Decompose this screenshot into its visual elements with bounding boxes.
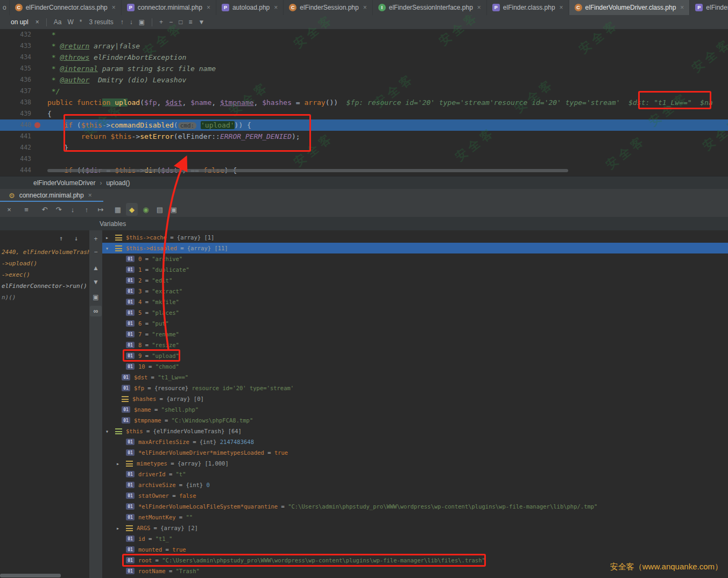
frames-horizontal-scrollbar[interactable] [0,574,61,577]
scroll-up-icon[interactable]: ▲ [90,263,102,273]
variable-row[interactable]: 01statOwner = false [102,490,728,501]
exclude-occurrence-icon[interactable]: □ [179,18,182,26]
editor-tab[interactable]: Pautoload.php× [216,0,284,15]
stack-frame[interactable]: 2440, elFinderVolumeTrash-> [2,249,90,256]
stack-frame[interactable]: elFinderConnector->run() [2,283,87,290]
variable-row[interactable]: 014 = "mkfile" [102,297,728,307]
stack-frame[interactable]: n)() [2,294,16,301]
search-input[interactable]: on upl [11,18,29,26]
variable-row[interactable]: 011 = "duplicate" [102,264,728,275]
variable-row[interactable]: 016 = "put" [102,318,728,329]
code-line[interactable]: 433 * @return array|false [0,40,728,52]
step-over-icon[interactable]: ↷ [53,203,65,216]
next-occurrence-icon[interactable]: ↓ [130,18,133,26]
line-number[interactable]: 435 [0,63,33,74]
copy-stack-icon[interactable]: ▣ [90,292,102,302]
line-number[interactable]: 434 [0,52,33,63]
variable-row[interactable]: 013 = "extract" [102,286,728,297]
variable-row[interactable]: 01driverId = "t" [102,469,728,480]
code-line[interactable]: 439{ [0,108,728,119]
line-number[interactable]: 442 [0,142,33,153]
variable-row[interactable]: $hashes = {array} [0] [102,393,728,404]
rerun-icon[interactable]: ↶ [39,203,51,216]
line-number[interactable]: 432 [0,29,33,40]
scroll-down-icon[interactable]: ▼ [90,277,102,287]
line-number[interactable]: 438 [0,97,33,108]
run-to-cursor-icon[interactable]: ↦ [95,203,107,216]
show-inline-values-icon[interactable]: ∞ [90,306,102,316]
clear-search-icon[interactable]: × [36,18,39,26]
code-line[interactable]: 435 * @internal param string $src file n… [0,63,728,74]
line-number[interactable]: 444 [0,165,33,176]
gutter-fold-area[interactable] [33,40,47,52]
variable-row[interactable]: 01archiveSize = {int} 0 [102,480,728,490]
variable-row[interactable]: 017 = "rename" [102,329,728,340]
variable-row[interactable]: ▸mimetypes = {array} [1,000] [102,458,728,469]
breakpoints-grid-icon[interactable]: ▦ [112,203,124,216]
code-line[interactable]: 441 return $this->setError(elFinder::ERR… [0,131,728,142]
gutter-fold-area[interactable] [33,29,47,40]
remove-occurrence-icon[interactable]: − [169,18,173,26]
variable-row[interactable]: 01maxArcFilesSize = {int} 2147483648 [102,436,728,447]
code-line[interactable]: 438public function upload($fp, $dst, $na… [0,97,728,108]
gutter-fold-area[interactable] [33,108,47,119]
variable-row[interactable]: 01*elFinderVolumeDriver*mimetypesLoaded … [102,447,728,458]
gutter-fold-area[interactable] [33,86,47,97]
tab-close-icon[interactable]: × [274,4,278,11]
editor-tab[interactable]: CelFinderConnector.class.php× [10,0,122,15]
variable-row[interactable]: 0110 = "chmod" [102,361,728,372]
variable-row[interactable]: ▾$this = {elFinderVolumeTrash} [64] [102,426,728,436]
tab-close-icon[interactable]: × [112,4,116,11]
line-number[interactable]: 433 [0,40,33,52]
variable-row[interactable]: 012 = "edit" [102,275,728,286]
close-icon[interactable]: × [3,203,15,216]
tab-close-icon[interactable]: × [363,4,367,11]
line-number[interactable]: 439 [0,108,33,119]
variable-row[interactable]: 01$fp = {resource} resource id='20' type… [102,383,728,393]
remove-icon[interactable]: − [90,246,102,257]
filter-funnel-icon[interactable]: ▼ [198,18,204,26]
code-line[interactable]: 442 } [0,142,728,153]
variable-row[interactable]: 018 = "resize" [102,340,728,350]
gear-icon[interactable]: ⚙ [9,192,15,200]
variable-row[interactable]: 01*elFinderVolumeLocalFileSystem*quarant… [102,501,728,512]
tab-close-icon[interactable]: × [88,192,92,199]
gutter-fold-area[interactable] [33,142,47,153]
debug-tab-label[interactable]: connector.minimal.php [19,192,84,199]
variable-row[interactable]: 010 = "archive" [102,253,728,264]
code-line[interactable]: 434 * @throws elFinderAbortException [0,52,728,63]
tab-close-icon[interactable]: × [560,4,563,11]
editor-tab[interactable]: Pconnector.minimal.php× [122,0,216,15]
code-line[interactable]: 437 */ [0,86,728,97]
gutter-fold-area[interactable] [33,97,47,108]
gutter-fold-area[interactable] [33,165,47,176]
whole-words-icon[interactable]: W [67,18,73,26]
frames-up-icon[interactable]: ↑ [59,235,63,242]
tree-collapse-icon[interactable]: ▾ [105,245,115,251]
editor-tab[interactable]: IelFinderSessionInterface.php× [373,0,487,15]
line-number[interactable]: 436 [0,74,33,86]
frames-down-icon[interactable]: ↓ [74,235,78,242]
code-line[interactable]: 432 * [0,29,728,40]
tree-expand-icon[interactable]: ▸ [116,525,126,531]
resume-toggle-icon[interactable]: ◉ [140,203,152,216]
tree-expand-icon[interactable]: ▸ [105,235,115,241]
gutter-fold-area[interactable] [33,153,47,165]
variable-row[interactable]: 01netMountKey = "" [102,512,728,523]
variable-row[interactable]: ▸ARGS = {array} [2] [102,523,728,533]
gutter-fold-area[interactable] [33,52,47,63]
code-line[interactable]: 440 if ($this->commandDisabled(cmd: 'upl… [0,119,728,131]
add-occurrence-icon[interactable]: + [159,18,163,26]
tree-collapse-icon[interactable]: ▾ [105,428,115,434]
editor-tab-partial[interactable]: o [0,0,10,15]
evaluate-toggle-icon[interactable]: ◆ [126,203,138,216]
editor-tab[interactable]: PelFinder...× [690,0,728,15]
variable-row[interactable]: 01$tmpname = "C:\Windows\phpFCA8.tmp" [102,415,728,426]
tab-close-icon[interactable]: × [207,4,210,11]
line-number[interactable]: 437 [0,86,33,97]
editor-tab[interactable]: CelFinderSession.php× [284,0,372,15]
threads-list-icon[interactable]: ▣ [168,203,180,216]
tab-close-icon[interactable]: × [680,4,684,11]
settings-menu-icon[interactable]: ≡ [20,203,32,216]
gutter-fold-area[interactable] [33,63,47,74]
